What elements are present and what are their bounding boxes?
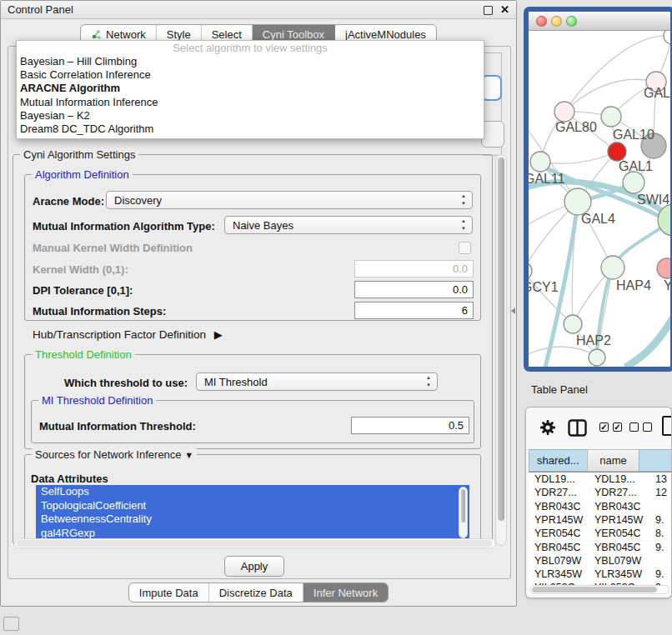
node-gcy1[interactable] <box>529 262 532 280</box>
settings-horizontal-scrollbar[interactable] <box>14 538 496 548</box>
zoom-traffic-light[interactable] <box>566 16 577 27</box>
aracne-mode-select[interactable]: Discovery ▲▼ <box>106 191 473 209</box>
apply-button[interactable]: Apply <box>224 556 284 577</box>
column-header-name[interactable]: name <box>587 449 639 472</box>
kernel-width-input[interactable]: 0.0 <box>354 260 474 278</box>
attribute-item[interactable]: BetweennessCentrality <box>36 512 469 527</box>
node-partial-bottom[interactable] <box>589 349 605 366</box>
hub-definition-label: Hub/Transcription Factor Definition <box>33 328 206 341</box>
table-row[interactable]: YDL19... YDL19... 13 <box>529 472 671 486</box>
cell-shared: YBR043C <box>534 501 581 512</box>
node-y-pink[interactable] <box>657 258 670 278</box>
algorithm-option-selected[interactable]: ARACNE Algorithm <box>17 82 484 95</box>
apply-button-label: Apply <box>241 560 268 572</box>
cell-name: YER054C <box>594 528 641 539</box>
algorithm-option[interactable]: Mutual Information Inference <box>17 96 484 109</box>
cell-shared: YER054C <box>534 528 581 539</box>
table-row[interactable]: YBR045C YBR045C 9. <box>529 541 671 554</box>
settings-vertical-scrollbar[interactable] <box>495 154 507 546</box>
unchecked-box-icon[interactable] <box>629 422 639 432</box>
hidden-group-border-top <box>483 52 502 53</box>
expand-right-icon: ▶ <box>214 328 223 341</box>
data-attributes-label: Data Attributes <box>31 472 108 485</box>
unchecked-box-icon[interactable] <box>643 422 652 432</box>
tab-style-label: Style <box>167 28 191 41</box>
panel-resize-handle[interactable] <box>511 308 515 314</box>
sources-title-text: Sources for Network Inference <box>35 448 182 461</box>
node-label: GAL11 <box>529 172 565 186</box>
mi-steps-label: Mutual Information Steps: <box>33 305 166 318</box>
node-hap4[interactable] <box>601 256 624 279</box>
table-row[interactable]: YPR145W YPR145W 9. <box>529 513 671 527</box>
hub-definition-toggle[interactable]: Hub/Transcription Factor Definition ▶ <box>33 328 218 341</box>
node-hap2[interactable] <box>564 315 582 333</box>
node-partial-top[interactable] <box>664 31 670 44</box>
minimized-panel-icon[interactable] <box>3 617 19 631</box>
column-browser-icon[interactable] <box>568 419 587 437</box>
algorithm-option[interactable]: Dream8 DC_TDC Algorithm <box>17 122 484 136</box>
table-row[interactable]: YER054C YER054C 8. <box>529 527 671 540</box>
node-label: GCY1 <box>529 280 559 294</box>
mi-steps-input[interactable]: 6 <box>354 302 474 319</box>
gear-icon[interactable] <box>539 419 556 436</box>
network-view-window: GAL GAL80 GAL10 GAL1 GAL11 SWI4 GAL4 GCY… <box>524 7 672 372</box>
attribute-item[interactable]: TopologicalCoefficient <box>36 499 469 513</box>
mi-type-label: Mutual Information Algorithm Type: <box>33 220 215 232</box>
table-header-row: shared... name <box>529 449 671 472</box>
sources-group-title[interactable]: Sources for Network Inference ▼ <box>32 448 197 461</box>
checked-box-icon[interactable]: ✓ <box>599 422 609 432</box>
dpi-tolerance-input[interactable]: 0.0 <box>354 281 474 298</box>
close-icon[interactable]: ✕ <box>500 3 509 16</box>
node-label: GAL <box>644 86 670 100</box>
node-gal11[interactable] <box>530 152 550 172</box>
node-label: HAP4 <box>616 278 651 292</box>
attribute-item[interactable]: SelfLoops <box>36 485 469 499</box>
which-threshold-select[interactable]: MI Threshold ▲▼ <box>196 372 438 391</box>
cell-shared: YLR345W <box>534 568 582 580</box>
tab-discretize-data[interactable]: Discretize Data <box>209 583 303 602</box>
cell-value: 9. <box>655 568 664 580</box>
aracne-mode-value: Discovery <box>114 194 162 207</box>
column-header-shared-name[interactable]: shared... <box>529 449 587 472</box>
settings-group-title: Cyni Algorithm Settings <box>20 148 138 161</box>
float-panel-icon[interactable] <box>484 6 493 15</box>
cell-shared: YDL19... <box>534 473 575 485</box>
table-horizontal-scrollbar[interactable] <box>529 585 669 594</box>
spinner-arrows-icon: ▲▼ <box>461 218 466 232</box>
tab-infer-network[interactable]: Infer Network <box>303 583 388 602</box>
algorithm-option[interactable]: Basic Correlation Inference <box>17 68 484 82</box>
attributes-vertical-scrollbar[interactable] <box>459 487 468 538</box>
tab-impute-data[interactable]: Impute Data <box>129 583 209 602</box>
mi-threshold-input[interactable]: 0.5 <box>351 417 469 434</box>
table-row[interactable]: YBL079W YBL079W <box>529 554 671 568</box>
tab-jactivemnodules-label: jActiveMNodules <box>345 28 426 41</box>
new-table-icon[interactable] <box>662 416 672 436</box>
manual-kernel-checkbox[interactable] <box>459 242 471 254</box>
checked-box-icon[interactable]: ✓ <box>613 422 622 432</box>
node-gal80[interactable] <box>554 102 574 122</box>
algorithm-placeholder: Select algorithm to view settings <box>17 41 484 55</box>
spinner-arrows-icon: ▲▼ <box>426 374 431 389</box>
mi-type-select[interactable]: Naive Bayes ▲▼ <box>224 216 473 234</box>
close-traffic-light[interactable] <box>536 16 547 27</box>
algorithm-option[interactable]: Bayesian – Hill Climbing <box>17 55 484 68</box>
minimize-traffic-light[interactable] <box>551 16 562 27</box>
mi-threshold-group-title: MI Threshold Definition <box>38 394 156 407</box>
network-window-titlebar <box>529 12 670 31</box>
spinner-arrows-icon: ▲▼ <box>461 192 466 208</box>
node-gal1[interactable] <box>623 172 644 193</box>
node-label: Y <box>664 278 670 292</box>
kernel-width-label: Kernel Width (0,1): <box>33 263 128 276</box>
cell-shared: YDR27... <box>534 487 577 498</box>
expand-down-icon: ▼ <box>184 450 193 460</box>
table-row[interactable]: YBR043C YBR043C <box>529 500 671 513</box>
algorithm-option[interactable]: Bayesian – K2 <box>17 109 484 122</box>
network-canvas[interactable]: GAL GAL80 GAL10 GAL1 GAL11 SWI4 GAL4 GCY… <box>529 31 670 368</box>
table-row[interactable]: YLR345W YLR345W 9. <box>529 568 671 581</box>
table-row[interactable]: YDR27... YDR27... 12 <box>529 486 671 499</box>
network-icon <box>91 29 102 40</box>
table-panel-window: ✓ ✓ shared... name YDL19... YDL19... 13 … <box>525 407 672 598</box>
column-header-partial[interactable] <box>639 449 671 472</box>
node-gal10[interactable] <box>601 107 621 127</box>
node-red-selected[interactable] <box>608 142 626 161</box>
